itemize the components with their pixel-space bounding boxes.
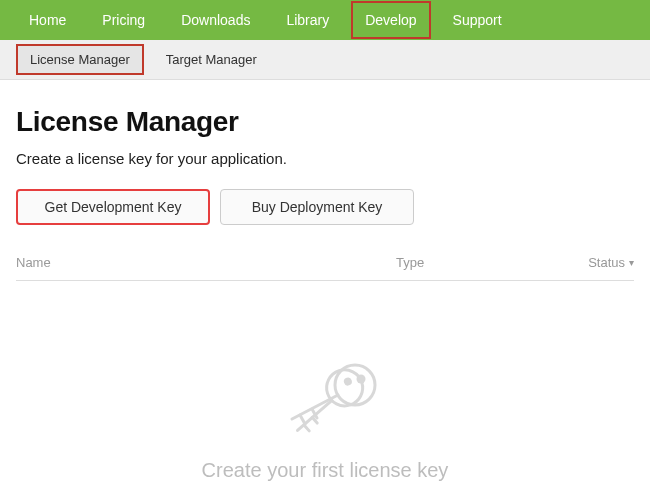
column-name: Name — [16, 255, 396, 270]
page-subtitle: Create a license key for your applicatio… — [16, 150, 634, 167]
empty-state-message: Create your first license key — [16, 459, 634, 482]
top-nav: Home Pricing Downloads Library Develop S… — [0, 0, 650, 40]
table-header: Name Type Status ▾ — [16, 255, 634, 281]
nav-support[interactable]: Support — [439, 1, 516, 39]
svg-point-2 — [335, 365, 375, 405]
svg-point-3 — [357, 375, 366, 384]
empty-state: Create your first license key — [16, 351, 634, 482]
chevron-down-icon: ▾ — [629, 257, 634, 268]
nav-pricing[interactable]: Pricing — [88, 1, 159, 39]
nav-library[interactable]: Library — [272, 1, 343, 39]
tab-target-manager[interactable]: Target Manager — [152, 44, 271, 75]
sub-nav: License Manager Target Manager — [0, 40, 650, 80]
keys-icon — [260, 351, 390, 445]
buy-deployment-key-button[interactable]: Buy Deployment Key — [220, 189, 414, 225]
nav-downloads[interactable]: Downloads — [167, 1, 264, 39]
column-type: Type — [396, 255, 556, 270]
column-status-label: Status — [588, 255, 625, 270]
nav-home[interactable]: Home — [15, 1, 80, 39]
page-title: License Manager — [16, 106, 634, 138]
tab-license-manager[interactable]: License Manager — [16, 44, 144, 75]
column-status[interactable]: Status ▾ — [556, 255, 634, 270]
get-development-key-button[interactable]: Get Development Key — [16, 189, 210, 225]
nav-develop[interactable]: Develop — [351, 1, 430, 39]
content-area: License Manager Create a license key for… — [0, 80, 650, 482]
button-row: Get Development Key Buy Deployment Key — [16, 189, 634, 225]
svg-point-1 — [343, 376, 353, 386]
